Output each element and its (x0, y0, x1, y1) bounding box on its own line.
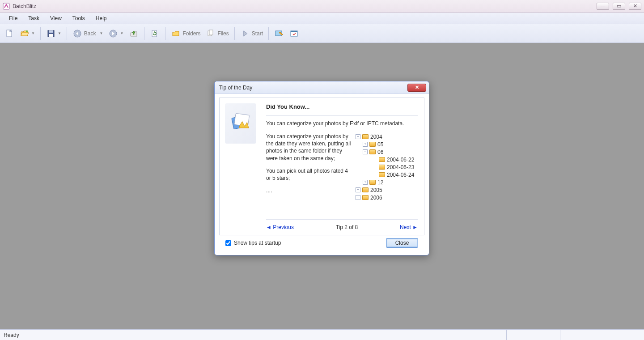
folders-label: Folders (182, 30, 200, 37)
tree-node[interactable]: −06 (363, 148, 414, 156)
folder-icon (379, 157, 385, 162)
floppy-icon (46, 29, 56, 38)
chevron-down-icon: ▼ (100, 31, 103, 35)
tool-button-2[interactable] (288, 27, 301, 40)
menu-tools[interactable]: Tools (67, 14, 90, 23)
workspace: Tip of the Day ✕ Did You Know... You can… (0, 43, 644, 329)
forward-button[interactable]: ▼ (106, 27, 125, 40)
menu-help[interactable]: Help (90, 14, 112, 23)
chevron-down-icon: ▼ (31, 31, 35, 35)
folder-icon (369, 149, 376, 154)
settings-dialog-icon (289, 29, 299, 38)
toolbar: ▼ ▼ Back▼ ▼ Folders Files Start (0, 24, 644, 43)
tip-para-3: .... (266, 187, 351, 194)
chevron-down-icon: ▼ (58, 31, 61, 35)
toolbar-separator (144, 27, 144, 40)
close-window-button[interactable]: ✕ (629, 3, 641, 10)
show-tips-checkbox-input[interactable] (225, 240, 231, 246)
tip-page-indicator: Tip 2 of 8 (336, 224, 358, 230)
collapse-icon[interactable]: − (356, 134, 360, 139)
tree-node[interactable]: +2005 (356, 186, 414, 194)
folder-icon (362, 187, 369, 192)
menu-file[interactable]: File (4, 14, 23, 23)
open-button[interactable]: ▼ (18, 27, 37, 40)
folder-tree: −2004 +05 −06 2004-06-22 2004-06-23 2004… (356, 133, 414, 201)
svg-rect-10 (209, 30, 213, 35)
refresh-icon (150, 29, 160, 38)
tip-of-the-day-dialog: Tip of the Day ✕ Did You Know... You can… (214, 81, 429, 255)
toolbar-separator (165, 27, 165, 40)
tree-node[interactable]: 2004-06-22 (379, 156, 414, 163)
dialog-title-bar: Tip of the Day ✕ (215, 81, 429, 94)
show-tips-label: Show tips at startup (234, 240, 281, 246)
tree-node[interactable]: −2004 (356, 133, 414, 140)
next-tip-link[interactable]: Next ► (400, 224, 418, 230)
folder-up-icon (129, 29, 139, 38)
svg-rect-5 (49, 34, 53, 37)
status-bar: Ready (0, 329, 644, 340)
new-button[interactable] (3, 27, 16, 40)
tool-button-1[interactable] (272, 27, 286, 40)
tree-node[interactable]: +05 (363, 140, 414, 148)
tip-para-1: You can categorize your photos by the da… (266, 133, 351, 162)
new-document-icon (4, 29, 14, 38)
files-button[interactable]: Files (204, 27, 230, 40)
tip-text: You can categorize your photos by the da… (266, 133, 351, 201)
tree-node[interactable]: 2004-06-23 (379, 163, 414, 171)
status-divider (560, 330, 640, 340)
start-button[interactable]: Start (238, 27, 265, 40)
app-icon (3, 3, 10, 10)
folders-button[interactable]: Folders (169, 27, 202, 40)
expand-icon[interactable]: + (363, 142, 368, 147)
dialog-title: Tip of the Day (219, 85, 252, 91)
tree-node[interactable]: 2004-06-24 (379, 171, 414, 178)
up-button[interactable] (127, 27, 140, 40)
expand-icon[interactable]: + (356, 187, 360, 192)
tip-para-2: You can pick out all photos rated 4 or 5… (266, 167, 351, 182)
menu-task[interactable]: Task (23, 14, 45, 23)
close-button[interactable]: Close (386, 238, 418, 248)
tip-heading: Did You Know... (266, 103, 418, 110)
start-label: Start (252, 30, 263, 37)
toolbar-separator (268, 27, 269, 40)
show-tips-checkbox[interactable]: Show tips at startup (225, 240, 281, 246)
status-divider (506, 330, 560, 340)
picture-edit-icon (274, 29, 284, 38)
tree-node[interactable]: +2006 (356, 194, 414, 201)
back-label: Back (84, 30, 96, 37)
forward-arrow-icon (108, 29, 118, 38)
refresh-button[interactable] (148, 27, 161, 40)
toolbar-separator (67, 27, 67, 40)
folder-icon (379, 172, 385, 177)
expand-icon[interactable]: + (363, 180, 368, 185)
collapse-icon[interactable]: − (363, 149, 368, 154)
tree-node[interactable]: +12 (363, 178, 414, 186)
tip-intro: You can categorize your photos by Exif o… (266, 120, 418, 127)
files-icon (206, 29, 216, 38)
folder-open-icon (20, 29, 30, 38)
folders-icon (171, 29, 181, 38)
folder-icon (362, 195, 369, 200)
save-button[interactable]: ▼ (44, 27, 63, 40)
window-title: BatchBlitz (13, 3, 36, 9)
expand-icon[interactable]: + (356, 195, 360, 200)
minimize-button[interactable]: — (597, 3, 609, 10)
folder-icon (362, 134, 369, 139)
back-button[interactable]: Back▼ (71, 27, 105, 40)
svg-rect-13 (291, 31, 297, 32)
svg-rect-4 (49, 30, 53, 33)
folder-icon (369, 142, 376, 147)
tip-illustration-icon (225, 103, 256, 144)
toolbar-separator (40, 27, 41, 40)
svg-point-2 (26, 30, 28, 32)
dialog-close-x[interactable]: ✕ (407, 84, 426, 92)
divider (266, 115, 418, 116)
folder-icon (379, 165, 385, 170)
status-text: Ready (4, 332, 19, 338)
toolbar-separator (234, 27, 235, 40)
menu-view[interactable]: View (45, 14, 67, 23)
maximize-button[interactable]: ▭ (613, 3, 625, 10)
previous-tip-link[interactable]: ◄ Previous (266, 224, 294, 230)
title-bar: BatchBlitz — ▭ ✕ (0, 0, 644, 13)
tip-panel: Did You Know... You can categorize your … (219, 98, 424, 235)
